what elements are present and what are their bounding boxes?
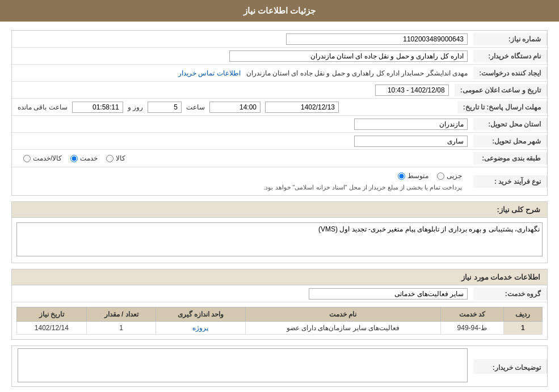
main-info-section: شماره نیاز: نام دستگاه خریدار: ایجاد کنن… [11, 30, 548, 196]
announce-row: تاریخ و ساعت اعلان عمومی: [12, 82, 547, 99]
category-kala[interactable]: کالا [106, 154, 125, 162]
cell-row-num: 1 [503, 322, 542, 335]
page-header: جزئیات اطلاعات نیاز [0, 0, 559, 22]
category-khedmat[interactable]: خدمت [70, 154, 98, 162]
time-label: ساعت [186, 103, 205, 111]
cell-code: ط-94-949 [441, 322, 504, 335]
city-value [12, 133, 473, 149]
services-table: ردیف کد خدمت نام خدمت واحد اندازه گیری ت… [16, 307, 543, 335]
need-number-value [12, 31, 473, 47]
need-description-section: شرح کلی نیاز: نگهداری، پشتیبانی و بهره ب… [11, 201, 548, 263]
cell-name: فعالیت‌های سایر سازمان‌های دارای عضو [245, 322, 441, 335]
buyer-notes-textarea [18, 348, 468, 382]
province-label: استان محل تحویل: [473, 118, 547, 130]
need-number-label: شماره نیاز: [473, 33, 547, 45]
purchase-type-jozii[interactable]: جزیی [437, 172, 462, 180]
buyer-org-value [12, 48, 473, 64]
cell-unit: پروژه [156, 322, 245, 335]
days-input [148, 102, 182, 113]
category-row: طبقه بندی موضوعی: کالا/خدمت خدمت کالا [12, 150, 547, 167]
col-code: کد خدمت [441, 307, 504, 322]
days-label: روز و [128, 103, 143, 111]
city-input [354, 136, 468, 147]
category-kala-khedmat-radio[interactable] [23, 155, 31, 162]
buyer-notes-section: توضیحات خریدار: [11, 345, 548, 387]
purchase-type-label: نوع فرآیند خرید : [473, 175, 547, 188]
category-label: طبقه بندی موضوعی: [473, 152, 547, 165]
col-date: تاریخ نیاز [17, 307, 87, 322]
purchase-type-row: نوع فرآیند خرید : متوسط جزیی [12, 167, 547, 195]
col-qty: تعداد / مقدار [86, 307, 156, 322]
buyer-notes-label: توضیحات خریدار: [473, 359, 547, 374]
announce-label: تاریخ و ساعت اعلان عمومی: [455, 84, 547, 96]
category-kala-khedmat[interactable]: کالا/خدمت [23, 154, 62, 162]
announce-value [12, 82, 455, 98]
service-group-value [12, 286, 473, 302]
deadline-time-input [209, 102, 260, 113]
category-khedmat-radio[interactable] [70, 155, 78, 162]
city-label: شهر محل تحویل: [473, 135, 547, 147]
page-title: جزئیات اطلاعات نیاز [243, 6, 316, 15]
service-group-label: گروه خدمت: [473, 288, 547, 300]
cell-qty: 1 [86, 322, 156, 335]
creator-text: مهدی اندایشگر حسابدار اداره کل راهداری و… [246, 69, 468, 77]
khedmat-label: خدمت [80, 154, 98, 162]
purchase-type-jozii-radio[interactable] [437, 172, 444, 180]
buyer-org-label: نام دستگاه خریدار: [473, 50, 547, 62]
need-number-row: شماره نیاز: [12, 31, 547, 48]
purchase-type-motavasset-radio[interactable] [398, 172, 405, 180]
col-row-num: ردیف [503, 307, 542, 322]
need-description-textarea: نگهداری، پشتیبانی و بهره برداری از تابلو… [16, 222, 543, 256]
kala-label: کالا [116, 154, 125, 162]
creator-row: ایجاد کننده درخواست: مهدی اندایشگر حسابد… [12, 65, 547, 82]
creator-label: ایجاد کننده درخواست: [473, 67, 547, 79]
deadline-row: مهلت ارسال پاسخ: تا تاریخ: ساعت باقی مان… [12, 99, 547, 116]
service-group-input [309, 288, 468, 300]
province-value [12, 116, 473, 132]
services-table-container: ردیف کد خدمت نام خدمت واحد اندازه گیری ت… [12, 302, 547, 339]
countdown-remaining-label: ساعت باقی مانده [18, 103, 68, 111]
category-kala-radio[interactable] [106, 155, 114, 162]
col-name: نام خدمت [245, 307, 441, 322]
service-group-row: گروه خدمت: [12, 285, 547, 302]
buyer-org-row: نام دستگاه خریدار: [12, 48, 547, 65]
table-row: 1 ط-94-949 فعالیت‌های سایر سازمان‌های دا… [17, 322, 543, 335]
kala-khedmat-label: کالا/خدمت [33, 154, 62, 162]
buyer-notes-value [12, 346, 473, 386]
purchase-type-value: متوسط جزیی پرداخت تمام یا بخشی از مبلغ خ… [12, 167, 473, 195]
need-description-area: نگهداری، پشتیبانی و بهره برداری از تابلو… [12, 218, 547, 263]
need-description-header: شرح کلی نیاز: [12, 202, 547, 218]
services-section: اطلاعات خدمات مورد نیاز گروه خدمت: ردیف … [11, 269, 548, 340]
deadline-value: ساعت باقی مانده روز و ساعت [12, 99, 457, 115]
creator-contact-link[interactable]: اطلاعات تماس خریدار [178, 69, 241, 77]
countdown-input [72, 102, 123, 113]
need-number-input [286, 33, 468, 45]
motavasset-label: متوسط [407, 172, 428, 180]
category-value: کالا/خدمت خدمت کالا [12, 150, 473, 167]
deadline-date-input [265, 102, 339, 113]
province-row: استان محل تحویل: [12, 116, 547, 133]
col-unit: واحد اندازه گیری [156, 307, 245, 322]
jozii-label: جزیی [447, 172, 462, 180]
deadline-label: مهلت ارسال پاسخ: تا تاریخ: [457, 101, 547, 113]
province-input [354, 119, 468, 130]
city-row: شهر محل تحویل: [12, 133, 547, 150]
announce-date-input [375, 85, 449, 96]
purchase-type-motavasset[interactable]: متوسط [398, 172, 428, 180]
purchase-type-note: پرداخت تمام یا بخشی از مبلغ خریدار از مح… [18, 182, 468, 193]
creator-value: مهدی اندایشگر حسابدار اداره کل راهداری و… [12, 67, 473, 79]
cell-date: 1402/12/14 [17, 322, 87, 335]
buyer-org-input [229, 50, 468, 62]
services-section-header: اطلاعات خدمات مورد نیاز [12, 269, 547, 285]
